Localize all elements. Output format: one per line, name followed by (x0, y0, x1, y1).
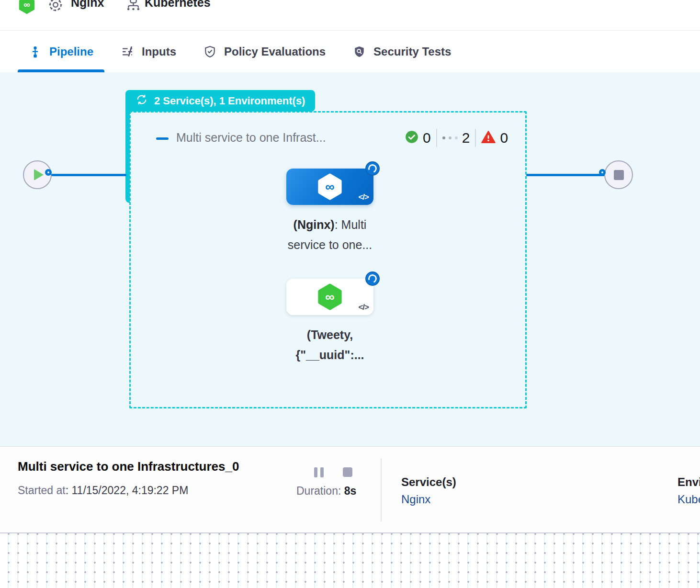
stage-group-accent-bar (125, 111, 130, 203)
success-count: 0 (423, 130, 431, 146)
abort-button[interactable] (343, 467, 352, 477)
policy-shield-icon (203, 45, 216, 58)
success-check-icon (405, 130, 418, 146)
breadcrumb-environment-name[interactable]: Kubernetes (145, 0, 211, 10)
execution-tabbar: Pipeline Inputs Policy Evaluations Secur… (0, 31, 700, 72)
gear-icon[interactable] (47, 0, 64, 15)
stage-node-nginx[interactable]: ∞ </> (286, 169, 373, 205)
collapse-group-button[interactable] (156, 137, 169, 140)
pipeline-icon (29, 45, 42, 58)
divider (475, 129, 476, 147)
connector-point-right (599, 169, 606, 176)
stage-node-label: (Nginx): Multi service to one... (258, 215, 402, 255)
tab-policy-evaluations[interactable]: Policy Evaluations (192, 31, 337, 72)
services-environments-badge[interactable]: 2 Service(s), 1 Environment(s) (125, 90, 315, 112)
environments-link[interactable]: Kubernetes (677, 493, 700, 506)
svg-text:∞: ∞ (325, 180, 334, 194)
tab-label: Pipeline (49, 45, 93, 58)
console-grid-area[interactable] (0, 532, 700, 588)
execution-summary-bar: Multi service to one Infrastructures_0 S… (0, 446, 700, 532)
running-spinner-badge (365, 271, 380, 286)
connector-point-left (45, 169, 52, 176)
running-spinner-badge (365, 161, 380, 176)
pause-button[interactable] (314, 467, 324, 477)
code-icon: </> (358, 303, 369, 312)
stage-group-title: Multi service to one Infrast... (176, 131, 326, 145)
tab-label: Security Tests (373, 45, 451, 58)
code-icon: </> (358, 192, 369, 202)
stop-icon (614, 170, 624, 180)
execution-title: Multi service to one Infrastructures_0 (18, 459, 239, 474)
svg-text:∞: ∞ (325, 290, 334, 304)
environments-label: Environment(s) (677, 475, 700, 489)
breadcrumb-service-name[interactable]: Nginx (71, 0, 104, 10)
running-dots-icon (442, 136, 458, 139)
services-label: Service(s) (401, 475, 456, 489)
connector-line-right (526, 174, 605, 176)
stage-status-counts: 0 2 0 (405, 129, 508, 147)
harness-logo-icon[interactable]: ∞ (18, 0, 35, 16)
duration: Duration: 8s (296, 485, 356, 498)
tab-security-tests[interactable]: Security Tests (342, 31, 462, 72)
pipeline-execution-page: ∞ Nginx Kubernetes Pipeline Inputs (0, 0, 700, 588)
error-triangle-icon (481, 130, 496, 146)
breadcrumb-bar: ∞ Nginx Kubernetes (0, 0, 700, 31)
svg-text:∞: ∞ (23, 0, 30, 10)
pipeline-canvas[interactable]: 2 Service(s), 1 Environment(s) Multi ser… (0, 72, 700, 446)
security-shield-icon (353, 45, 366, 58)
stage-node-label: (Tweety, {"__uuid":... (258, 325, 402, 365)
loop-icon (135, 93, 148, 109)
services-link[interactable]: Nginx (401, 493, 430, 506)
divider (436, 129, 437, 147)
divider (381, 458, 382, 521)
harness-hexagon-icon: ∞ (316, 173, 344, 201)
tab-pipeline[interactable]: Pipeline (18, 31, 104, 72)
kubernetes-icon[interactable] (125, 0, 141, 14)
play-icon (34, 169, 44, 181)
stage-node-tweety[interactable]: ∞ </> (286, 279, 373, 315)
badge-label: 2 Service(s), 1 Environment(s) (154, 95, 305, 107)
pipeline-end-node (604, 160, 633, 189)
harness-hexagon-icon: ∞ (316, 283, 344, 311)
running-count: 2 (462, 130, 470, 146)
tab-label: Policy Evaluations (224, 45, 326, 58)
started-at: Started at: 11/15/2022, 4:19:22 PM (18, 484, 188, 497)
inputs-icon (121, 45, 134, 58)
tab-label: Inputs (142, 45, 176, 58)
connector-line-left (51, 174, 126, 176)
tab-inputs[interactable]: Inputs (110, 31, 187, 72)
failed-count: 0 (500, 130, 508, 146)
